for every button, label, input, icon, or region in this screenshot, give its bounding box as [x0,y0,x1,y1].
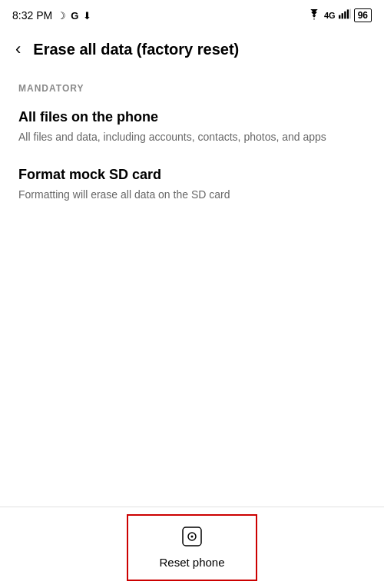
format-sd-title: Format mock SD card [18,167,366,183]
download-icon: ⬇ [83,10,91,22]
back-button[interactable]: ‹ [12,36,24,62]
svg-rect-3 [346,9,348,18]
svg-rect-1 [341,13,343,18]
format-sd-description: Formatting will erase all data on the SD… [18,188,366,203]
signal-bars-icon [339,8,351,22]
page-title: Erase all data (factory reset) [33,41,372,58]
format-sd-item: Format mock SD card Formatting will eras… [18,167,366,203]
reset-phone-button[interactable]: Reset phone [127,514,257,581]
svg-rect-0 [339,15,340,19]
main-content: MANDATORY All files on the phone All fil… [0,71,384,236]
top-bar: ‹ Erase all data (factory reset) [0,28,384,71]
reset-phone-label: Reset phone [159,556,224,569]
time-display: 8:32 PM [12,9,52,22]
reset-phone-icon [182,527,202,551]
status-left: 8:32 PM ☽ G ⬇ [12,9,91,22]
svg-point-7 [190,536,193,538]
network-icon: 4G [324,11,336,20]
g-icon: G [71,10,78,22]
moon-icon: ☽ [57,10,66,22]
status-bar: 8:32 PM ☽ G ⬇ 4G 96 [0,0,384,28]
bottom-area: Reset phone [0,507,384,588]
all-files-item: All files on the phone All files and dat… [18,109,366,145]
svg-rect-4 [349,9,351,19]
status-right: 4G 96 [307,8,372,22]
all-files-description: All files and data, including accounts, … [18,130,366,145]
battery-icon: 96 [354,8,372,22]
all-files-title: All files on the phone [18,109,366,125]
mandatory-label: MANDATORY [18,83,366,94]
svg-rect-2 [344,12,346,19]
wifi-icon [307,9,321,22]
